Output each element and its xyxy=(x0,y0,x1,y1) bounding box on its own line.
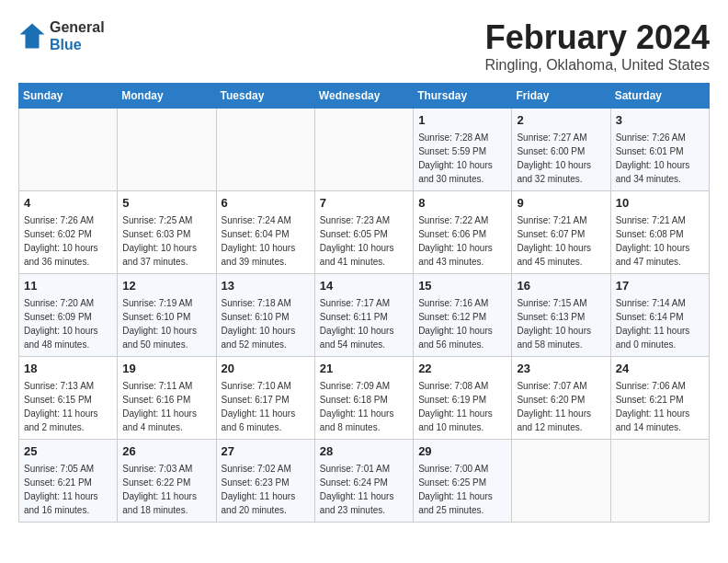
weekday-header: Monday xyxy=(118,84,216,109)
day-number: 1 xyxy=(418,112,506,129)
calendar-week-row: 25Sunrise: 7:05 AM Sunset: 6:21 PM Dayli… xyxy=(19,440,710,523)
title-area: February 2024 Ringling, Oklahoma, United… xyxy=(484,18,710,74)
calendar-cell xyxy=(314,109,413,191)
day-info: Sunrise: 7:18 AM Sunset: 6:10 PM Dayligh… xyxy=(222,296,310,351)
calendar-cell: 15Sunrise: 7:16 AM Sunset: 6:12 PM Dayli… xyxy=(414,274,512,357)
day-number: 7 xyxy=(320,195,408,212)
logo-general: General xyxy=(50,18,105,36)
calendar-cell: 6Sunrise: 7:24 AM Sunset: 6:04 PM Daylig… xyxy=(216,191,314,274)
day-info: Sunrise: 7:22 AM Sunset: 6:06 PM Dayligh… xyxy=(418,213,506,269)
calendar-cell xyxy=(216,109,314,191)
day-info: Sunrise: 7:25 AM Sunset: 6:03 PM Dayligh… xyxy=(122,213,210,269)
day-info: Sunrise: 7:27 AM Sunset: 6:00 PM Dayligh… xyxy=(517,131,605,186)
day-number: 13 xyxy=(222,278,310,294)
day-number: 4 xyxy=(24,195,112,212)
logo-blue: Blue xyxy=(50,36,105,53)
day-info: Sunrise: 7:26 AM Sunset: 6:01 PM Dayligh… xyxy=(616,131,704,186)
calendar-cell: 2Sunrise: 7:27 AM Sunset: 6:00 PM Daylig… xyxy=(512,109,610,191)
weekday-header-row: SundayMondayTuesdayWednesdayThursdayFrid… xyxy=(19,84,710,109)
calendar-cell: 1Sunrise: 7:28 AM Sunset: 5:59 PM Daylig… xyxy=(414,109,512,191)
calendar-cell: 10Sunrise: 7:21 AM Sunset: 6:08 PM Dayli… xyxy=(610,191,709,274)
day-info: Sunrise: 7:26 AM Sunset: 6:02 PM Dayligh… xyxy=(24,213,112,269)
day-number: 22 xyxy=(418,361,506,377)
day-info: Sunrise: 7:08 AM Sunset: 6:19 PM Dayligh… xyxy=(418,379,506,434)
day-info: Sunrise: 7:15 AM Sunset: 6:13 PM Dayligh… xyxy=(517,296,605,351)
calendar-cell: 5Sunrise: 7:25 AM Sunset: 6:03 PM Daylig… xyxy=(118,191,216,274)
day-info: Sunrise: 7:11 AM Sunset: 6:16 PM Dayligh… xyxy=(122,379,210,434)
weekday-header: Wednesday xyxy=(314,84,413,109)
day-number: 15 xyxy=(418,278,506,294)
calendar-cell: 18Sunrise: 7:13 AM Sunset: 6:15 PM Dayli… xyxy=(19,357,118,440)
day-number: 2 xyxy=(517,112,605,129)
day-number: 14 xyxy=(320,278,408,294)
day-info: Sunrise: 7:19 AM Sunset: 6:10 PM Dayligh… xyxy=(122,296,210,351)
day-number: 20 xyxy=(222,361,310,377)
calendar-cell: 12Sunrise: 7:19 AM Sunset: 6:10 PM Dayli… xyxy=(118,274,216,357)
calendar-cell: 27Sunrise: 7:02 AM Sunset: 6:23 PM Dayli… xyxy=(216,440,314,523)
day-info: Sunrise: 7:21 AM Sunset: 6:07 PM Dayligh… xyxy=(517,213,605,269)
day-number: 26 xyxy=(122,443,210,460)
day-info: Sunrise: 7:06 AM Sunset: 6:21 PM Dayligh… xyxy=(616,379,704,434)
day-info: Sunrise: 7:16 AM Sunset: 6:12 PM Dayligh… xyxy=(418,296,506,351)
day-info: Sunrise: 7:24 AM Sunset: 6:04 PM Dayligh… xyxy=(222,213,310,269)
day-number: 3 xyxy=(616,112,704,129)
day-info: Sunrise: 7:05 AM Sunset: 6:21 PM Dayligh… xyxy=(24,462,112,517)
day-number: 17 xyxy=(616,278,704,294)
calendar-week-row: 18Sunrise: 7:13 AM Sunset: 6:15 PM Dayli… xyxy=(19,357,710,440)
calendar-cell xyxy=(610,440,709,523)
month-title: February 2024 xyxy=(484,18,710,57)
day-number: 27 xyxy=(222,443,310,460)
day-info: Sunrise: 7:28 AM Sunset: 5:59 PM Dayligh… xyxy=(418,131,506,186)
calendar-cell: 20Sunrise: 7:10 AM Sunset: 6:17 PM Dayli… xyxy=(216,357,314,440)
day-info: Sunrise: 7:09 AM Sunset: 6:18 PM Dayligh… xyxy=(320,379,408,434)
day-number: 11 xyxy=(24,278,112,294)
calendar-cell: 11Sunrise: 7:20 AM Sunset: 6:09 PM Dayli… xyxy=(19,274,118,357)
day-info: Sunrise: 7:21 AM Sunset: 6:08 PM Dayligh… xyxy=(616,213,704,269)
weekday-header: Saturday xyxy=(610,84,709,109)
calendar-week-row: 1Sunrise: 7:28 AM Sunset: 5:59 PM Daylig… xyxy=(19,109,710,191)
day-info: Sunrise: 7:17 AM Sunset: 6:11 PM Dayligh… xyxy=(320,296,408,351)
svg-marker-0 xyxy=(20,24,45,49)
location-title: Ringling, Oklahoma, United States xyxy=(484,57,710,74)
day-info: Sunrise: 7:13 AM Sunset: 6:15 PM Dayligh… xyxy=(24,379,112,434)
day-info: Sunrise: 7:02 AM Sunset: 6:23 PM Dayligh… xyxy=(222,462,310,517)
calendar-cell: 19Sunrise: 7:11 AM Sunset: 6:16 PM Dayli… xyxy=(118,357,216,440)
day-number: 18 xyxy=(24,361,112,377)
day-number: 29 xyxy=(418,443,506,460)
day-number: 12 xyxy=(122,278,210,294)
day-number: 16 xyxy=(517,278,605,294)
calendar-cell: 24Sunrise: 7:06 AM Sunset: 6:21 PM Dayli… xyxy=(610,357,709,440)
day-number: 9 xyxy=(517,195,605,212)
calendar-table: SundayMondayTuesdayWednesdayThursdayFrid… xyxy=(18,83,710,523)
day-info: Sunrise: 7:23 AM Sunset: 6:05 PM Dayligh… xyxy=(320,213,408,269)
day-number: 23 xyxy=(517,361,605,377)
weekday-header: Sunday xyxy=(19,84,118,109)
calendar-cell: 23Sunrise: 7:07 AM Sunset: 6:20 PM Dayli… xyxy=(512,357,610,440)
day-number: 6 xyxy=(222,195,310,212)
calendar-cell: 29Sunrise: 7:00 AM Sunset: 6:25 PM Dayli… xyxy=(414,440,512,523)
calendar-cell: 3Sunrise: 7:26 AM Sunset: 6:01 PM Daylig… xyxy=(610,109,709,191)
calendar-cell: 25Sunrise: 7:05 AM Sunset: 6:21 PM Dayli… xyxy=(19,440,118,523)
day-info: Sunrise: 7:03 AM Sunset: 6:22 PM Dayligh… xyxy=(122,462,210,517)
day-info: Sunrise: 7:20 AM Sunset: 6:09 PM Dayligh… xyxy=(24,296,112,351)
weekday-header: Tuesday xyxy=(216,84,314,109)
calendar-cell: 22Sunrise: 7:08 AM Sunset: 6:19 PM Dayli… xyxy=(414,357,512,440)
logo-icon xyxy=(18,22,46,50)
calendar-cell: 26Sunrise: 7:03 AM Sunset: 6:22 PM Dayli… xyxy=(118,440,216,523)
day-number: 19 xyxy=(122,361,210,377)
day-number: 28 xyxy=(320,443,408,460)
weekday-header: Thursday xyxy=(414,84,512,109)
day-number: 21 xyxy=(320,361,408,377)
weekday-header: Friday xyxy=(512,84,610,109)
calendar-cell: 16Sunrise: 7:15 AM Sunset: 6:13 PM Dayli… xyxy=(512,274,610,357)
day-number: 24 xyxy=(616,361,704,377)
calendar-cell: 21Sunrise: 7:09 AM Sunset: 6:18 PM Dayli… xyxy=(314,357,413,440)
day-info: Sunrise: 7:00 AM Sunset: 6:25 PM Dayligh… xyxy=(418,462,506,517)
day-number: 25 xyxy=(24,443,112,460)
calendar-cell: 9Sunrise: 7:21 AM Sunset: 6:07 PM Daylig… xyxy=(512,191,610,274)
calendar-cell: 14Sunrise: 7:17 AM Sunset: 6:11 PM Dayli… xyxy=(314,274,413,357)
day-info: Sunrise: 7:01 AM Sunset: 6:24 PM Dayligh… xyxy=(320,462,408,517)
calendar-week-row: 4Sunrise: 7:26 AM Sunset: 6:02 PM Daylig… xyxy=(19,191,710,274)
calendar-cell: 17Sunrise: 7:14 AM Sunset: 6:14 PM Dayli… xyxy=(610,274,709,357)
page-header: General Blue February 2024 Ringling, Okl… xyxy=(18,18,710,74)
